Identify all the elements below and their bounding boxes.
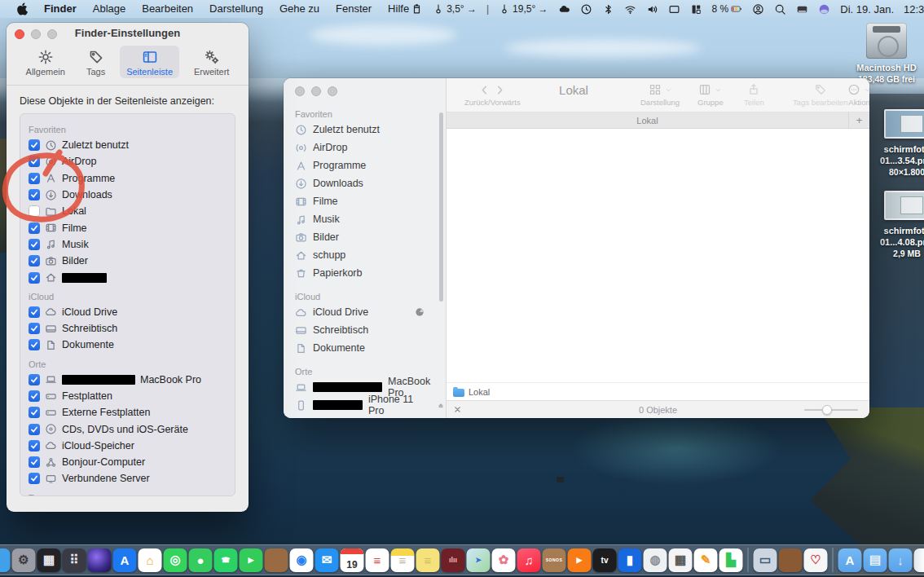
icon-size-slider[interactable]: [804, 409, 858, 411]
dock-icon-waveform-app[interactable]: ılıı: [442, 548, 465, 572]
dock-icon-system-preferences[interactable]: ⚙: [12, 548, 36, 572]
window-tiles-status[interactable]: [685, 3, 707, 15]
tab-tags[interactable]: Tags: [80, 46, 112, 78]
dock-icon-applications-folder[interactable]: A: [838, 548, 862, 572]
checkbox-checked[interactable]: [29, 374, 40, 385]
dock-icon-apple-tv[interactable]: tv: [593, 548, 617, 572]
dock-icon-messages[interactable]: ●: [189, 548, 213, 572]
dock-icon-maps[interactable]: ➤: [467, 548, 491, 572]
menu-gehe-zu[interactable]: Gehe zu: [271, 0, 328, 18]
menu-finder[interactable]: Finder: [36, 0, 85, 18]
dock-icon-notes[interactable]: ≡: [391, 548, 415, 572]
checkbox-checked[interactable]: [29, 339, 40, 350]
toolbar-button-teilen[interactable]: Teilen: [744, 82, 764, 107]
eject-icon[interactable]: [436, 400, 446, 410]
new-tab-button[interactable]: +: [848, 112, 869, 129]
sidebar-item-schreibtisch[interactable]: Schreibtisch: [284, 321, 446, 339]
bluetooth-status[interactable]: [597, 3, 619, 15]
weather-cloud-status[interactable]: [553, 3, 575, 15]
back-icon[interactable]: [478, 84, 491, 96]
desktop-icon-macintosh-hd[interactable]: Macintosh HD 183,48 GB frei: [854, 23, 919, 85]
checkbox-checked[interactable]: [29, 139, 40, 151]
menu-fenster[interactable]: Fenster: [328, 0, 380, 18]
toolbar-button-gruppe[interactable]: Gruppe: [697, 82, 724, 107]
checkbox-checked[interactable]: [29, 473, 40, 484]
checkbox-checked[interactable]: [29, 173, 40, 184]
thermometer-status[interactable]: 3,5° →: [428, 3, 482, 15]
wifi-status[interactable]: [619, 3, 641, 15]
checkbox-checked[interactable]: [29, 390, 40, 402]
dock-icon-home[interactable]: ⌂: [139, 548, 162, 572]
sidebar-item-dokumente[interactable]: Dokumente: [284, 339, 446, 357]
sidebar-item-downloads[interactable]: Downloads: [284, 174, 446, 192]
zoom-button[interactable]: [47, 29, 57, 39]
apple-menu-icon[interactable]: [8, 2, 36, 15]
time-machine-status[interactable]: [575, 3, 597, 15]
dock-icon-video-app[interactable]: ▶: [568, 548, 592, 572]
dock-icon-photos[interactable]: ✿: [492, 548, 516, 572]
spotlight-status[interactable]: [769, 3, 791, 15]
menu-bearbeiten[interactable]: Bearbeiten: [134, 0, 201, 18]
dock-icon-mail[interactable]: ✉: [315, 548, 339, 572]
dock-icon-music[interactable]: ♫: [517, 548, 541, 572]
minimize-button[interactable]: [31, 29, 41, 39]
checkbox-checked[interactable]: [29, 323, 40, 334]
dock-icon-app-store[interactable]: A: [113, 548, 137, 572]
dock-icon-blue-app[interactable]: ▮: [618, 548, 642, 572]
slider-knob[interactable]: [822, 405, 832, 415]
sidebar-item-airdrop[interactable]: AirDrop: [284, 139, 446, 156]
checkbox-checked[interactable]: [29, 156, 40, 167]
checkbox-checked[interactable]: [29, 255, 40, 266]
user-switch-status[interactable]: [747, 3, 769, 15]
tab-erweitert[interactable]: Erweitert: [187, 46, 235, 78]
checkbox-checked[interactable]: [29, 424, 40, 435]
checkbox-unchecked[interactable]: [29, 205, 40, 217]
finder-content-area[interactable]: [447, 129, 869, 382]
dock-icon-screen-app[interactable]: ▭: [754, 548, 777, 572]
display-status[interactable]: [663, 3, 685, 15]
sidebar-item-icloud-drive[interactable]: iCloud Drive: [284, 303, 446, 321]
sidebar-item-zuletzt-benutzt[interactable]: Zuletzt benutzt: [284, 121, 446, 139]
tab-allgemein[interactable]: Allgemein: [20, 46, 72, 78]
dock-icon-find-my[interactable]: ◎: [164, 548, 187, 572]
desktop-icon-screenshot-2[interactable]: schirmfoto 01...4.08.png 2,9 MB: [862, 191, 924, 259]
minimize-button[interactable]: [311, 86, 321, 96]
menu-bar-date[interactable]: Di. 19. Jan.: [835, 3, 899, 15]
dock-icon-downloads-folder[interactable]: ↓: [889, 548, 913, 572]
dock-icon-documents-folder[interactable]: ▤: [864, 548, 887, 572]
menu-darstellung[interactable]: Darstellung: [201, 0, 271, 18]
dock-icon-bag-app[interactable]: [779, 548, 803, 572]
sidebar-item-bilder[interactable]: Bilder: [284, 228, 446, 246]
volume-status[interactable]: [641, 3, 663, 15]
dock-icon-pages[interactable]: ✎: [694, 548, 718, 572]
tab-seitenleiste[interactable]: Seitenleiste: [120, 46, 179, 78]
dock-icon-whatsapp[interactable]: ☎: [214, 548, 238, 572]
globe-app-status[interactable]: [813, 3, 835, 15]
dock-icon-calendar[interactable]: 19: [341, 548, 364, 572]
tab-lokal[interactable]: Lokal: [447, 112, 848, 129]
menu-ablage[interactable]: Ablage: [85, 0, 134, 18]
forward-icon[interactable]: [494, 84, 506, 96]
dock-icon-sonos[interactable]: SONOS: [543, 548, 566, 572]
checkbox-checked[interactable]: [29, 407, 40, 418]
weather-station-status[interactable]: [406, 3, 428, 15]
path-item[interactable]: Lokal: [469, 387, 490, 397]
dock-icon-leather-app[interactable]: [265, 548, 288, 572]
checkbox-checked[interactable]: [29, 440, 40, 451]
status-text[interactable]: |: [482, 3, 494, 15]
dock-icon-trash[interactable]: [914, 548, 924, 572]
toolbar-button-tags-bearbeiten[interactable]: Tags bearbeiten: [793, 82, 848, 107]
battery-charging-status[interactable]: 8 %: [707, 3, 748, 15]
sidebar-item-musik[interactable]: Musik: [284, 210, 446, 228]
sidebar-item-iphone-11-pro[interactable]: iPhone 11 Pro: [284, 396, 446, 414]
dock-icon-finder[interactable]: [0, 548, 11, 572]
dock-icon-facetime[interactable]: ▶: [240, 548, 263, 572]
close-button[interactable]: [15, 29, 24, 39]
sidebar-item-filme[interactable]: Filme: [284, 192, 446, 210]
dock-icon-appliance-app[interactable]: ◍: [644, 548, 667, 572]
dock-icon-reminders[interactable]: ≡: [366, 548, 389, 572]
desktop-icon-screenshot-1[interactable]: schirmfoto 01...3.54.png 80×1.800: [862, 109, 924, 178]
dock-icon-siri[interactable]: [88, 548, 112, 572]
sidebar-item-programme[interactable]: Programme: [284, 156, 446, 174]
checkbox-checked[interactable]: [29, 272, 40, 284]
